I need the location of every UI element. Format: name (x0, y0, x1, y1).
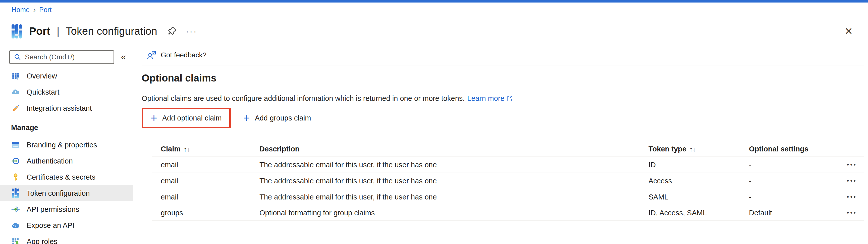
sidebar-item-label: Certificates & secrets (27, 173, 95, 181)
app-roles-icon (11, 237, 20, 244)
app-registration-logo-icon (11, 24, 22, 38)
column-header-optional-settings: Optional settings (749, 145, 808, 153)
command-bar: Got feedback? (142, 45, 864, 65)
search-input[interactable] (25, 53, 110, 61)
cloud-lightning-icon (11, 87, 20, 97)
token-type-cell: Access (649, 177, 749, 185)
sidebar-item-overview[interactable]: Overview (0, 68, 133, 84)
optional-settings-cell: - (749, 193, 834, 201)
claims-actions: + Add optional claim + Add groups claim (142, 108, 864, 128)
plus-icon: + (243, 112, 250, 124)
azure-top-bar (0, 0, 868, 2)
browser-window-icon: www (11, 140, 20, 150)
svg-text:www: www (13, 145, 18, 148)
rocket-icon (11, 104, 20, 113)
row-context-menu-icon[interactable]: ••• (834, 161, 864, 168)
api-permissions-icon (11, 205, 20, 214)
optional-settings-cell: Default (749, 209, 834, 217)
sidebar-item-api-permissions[interactable]: API permissions (0, 201, 133, 217)
cloud-gear-icon (11, 221, 20, 230)
sidebar-section-manage: Manage (0, 120, 133, 135)
learn-more-link[interactable]: Learn more (467, 94, 504, 103)
claims-table: Claim↑↓ Description Token type↑↓ Optiona… (152, 141, 864, 221)
claim-cell: email (152, 193, 259, 201)
sidebar-item-integration-assistant[interactable]: Integration assistant (0, 100, 133, 116)
token-type-cell: SAML (649, 193, 749, 201)
table-row[interactable]: email The addressable email for this use… (152, 189, 864, 205)
description-cell: The addressable email for this user, if … (259, 177, 649, 185)
token-configuration-sliders-icon (11, 189, 20, 198)
add-groups-claim-button[interactable]: + Add groups claim (236, 108, 319, 128)
table-row[interactable]: email The addressable email for this use… (152, 157, 864, 172)
claim-cell: groups (152, 209, 259, 217)
sidebar-section-divider (10, 135, 123, 135)
description-cell: The addressable email for this user, if … (259, 193, 649, 201)
breadcrumb: Home › Port (0, 2, 868, 17)
external-link-icon (506, 95, 513, 102)
sidebar-item-authentication[interactable]: Authentication (0, 153, 133, 169)
sidebar-item-label: API permissions (27, 205, 80, 214)
sidebar-item-expose-an-api[interactable]: Expose an API (0, 217, 133, 234)
column-header-description: Description (259, 145, 300, 153)
sidebar-item-app-roles[interactable]: App roles (0, 234, 133, 244)
sidebar-item-label: Quickstart (27, 88, 60, 96)
optional-claims-heading: Optional claims (142, 73, 864, 84)
sidebar-item-label: Expose an API (27, 221, 74, 230)
overview-grid-icon (11, 72, 20, 81)
sidebar-item-token-configuration[interactable]: Token configuration (0, 185, 133, 201)
table-row[interactable]: groups Optional formatting for group cla… (152, 205, 864, 221)
plus-icon: + (151, 112, 157, 124)
sidebar-item-label: Authentication (27, 157, 73, 165)
resource-menu-sidebar: « Overview (0, 45, 133, 244)
more-options-icon[interactable]: ··· (186, 26, 197, 36)
row-context-menu-icon[interactable]: ••• (834, 193, 864, 200)
table-row[interactable]: email The addressable email for this use… (152, 172, 864, 189)
key-icon (11, 172, 20, 182)
token-type-cell: ID (649, 161, 749, 169)
column-header-token-type[interactable]: Token type (649, 145, 686, 153)
sidebar-menu: Overview Quickstart (0, 68, 133, 244)
close-icon[interactable]: ✕ (844, 26, 853, 36)
sidebar-item-label: Token configuration (27, 189, 90, 197)
optional-settings-cell: - (749, 177, 834, 185)
description-cell: The addressable email for this user, if … (259, 161, 649, 169)
page-title: Port | Token configuration (29, 25, 157, 37)
breadcrumb-home-link[interactable]: Home (11, 6, 30, 14)
search-icon (14, 53, 21, 61)
optional-settings-cell: - (749, 161, 834, 169)
sort-icon[interactable]: ↑↓ (689, 145, 696, 153)
sidebar-item-certificates-secrets[interactable]: Certificates & secrets (0, 169, 133, 185)
sidebar-search-box[interactable] (9, 50, 114, 64)
sort-icon[interactable]: ↑↓ (184, 145, 190, 153)
main-content: Got feedback? Optional claims Optional c… (133, 45, 868, 244)
add-optional-claim-button[interactable]: + Add optional claim (142, 108, 231, 128)
claims-table-header: Claim↑↓ Description Token type↑↓ Optiona… (152, 141, 864, 157)
claim-cell: email (152, 177, 259, 185)
row-context-menu-icon[interactable]: ••• (834, 177, 864, 184)
breadcrumb-port-link[interactable]: Port (39, 6, 52, 14)
authentication-icon (11, 157, 20, 165)
page-header: Port | Token configuration ··· ✕ (0, 17, 868, 45)
sidebar-item-label: Integration assistant (27, 104, 92, 112)
got-feedback-button[interactable]: Got feedback? (142, 50, 209, 60)
token-type-cell: ID, Access, SAML (649, 209, 749, 217)
sidebar-item-label: Branding & properties (27, 141, 97, 149)
got-feedback-label: Got feedback? (161, 51, 207, 59)
collapse-menu-icon[interactable]: « (114, 52, 133, 62)
pin-icon[interactable] (167, 26, 177, 36)
sidebar-item-quickstart[interactable]: Quickstart (0, 84, 133, 100)
sidebar-item-label: App roles (27, 238, 58, 244)
claim-cell: email (152, 161, 259, 169)
row-context-menu-icon[interactable]: ••• (834, 209, 864, 216)
sidebar-item-label: Overview (27, 72, 57, 80)
feedback-person-icon (147, 50, 156, 60)
optional-claims-description: Optional claims are used to configure ad… (142, 94, 864, 103)
breadcrumb-chevron-icon: › (33, 5, 36, 14)
description-cell: Optional formatting for group claims (259, 209, 649, 217)
sidebar-item-branding-properties[interactable]: www Branding & properties (0, 137, 133, 153)
column-header-claim[interactable]: Claim (161, 145, 181, 153)
